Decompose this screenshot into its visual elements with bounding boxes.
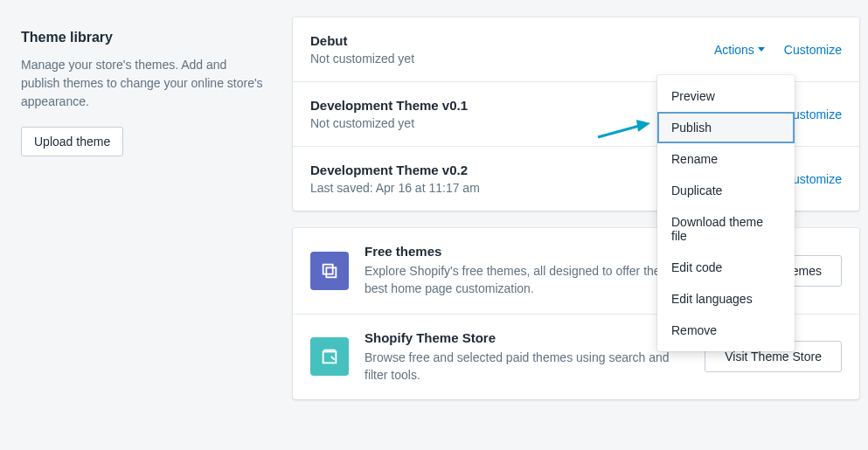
theme-subtitle: Not customized yet [310,52,414,66]
theme-store-title: Shopify Theme Store [365,330,678,345]
theme-name: Development Theme v0.2 [310,163,480,177]
theme-name: Debut [310,33,414,48]
dropdown-item-publish[interactable]: Publish [657,112,795,143]
actions-label: Actions [714,43,754,57]
free-themes-desc: Explore Shopify's free themes, all desig… [365,262,666,298]
theme-subtitle: Last saved: Apr 16 at 11:17 am [310,181,480,195]
theme-row: Debut Not customized yet Actions Customi… [293,17,859,82]
dropdown-item-duplicate[interactable]: Duplicate [657,175,795,206]
caret-down-icon [758,47,765,52]
theme-store-icon [310,337,349,376]
dropdown-item-download[interactable]: Download theme file [657,206,795,252]
theme-store-desc: Browse free and selected paid themes usi… [365,349,678,384]
actions-dropdown-menu: Preview Publish Rename Duplicate Downloa… [657,75,795,351]
sidebar-description: Manage your store's themes. Add and publ… [21,56,267,111]
sidebar-title: Theme library [21,30,267,45]
svg-rect-1 [326,267,336,277]
dropdown-item-preview[interactable]: Preview [657,80,795,112]
dropdown-item-remove[interactable]: Remove [657,315,795,346]
theme-subtitle: Not customized yet [310,116,468,130]
dropdown-item-edit-languages[interactable]: Edit languages [657,283,795,315]
dropdown-item-rename[interactable]: Rename [657,143,795,175]
actions-dropdown-button[interactable]: Actions [714,43,765,57]
theme-library-sidebar: Theme library Manage your store's themes… [9,17,275,399]
free-themes-icon [310,252,349,290]
dropdown-item-edit-code[interactable]: Edit code [657,252,795,283]
customize-button[interactable]: Customize [784,43,842,57]
svg-rect-0 [323,264,333,273]
free-themes-title: Free themes [365,244,666,259]
theme-name: Development Theme v0.1 [310,98,468,113]
upload-theme-button[interactable]: Upload theme [21,127,123,156]
